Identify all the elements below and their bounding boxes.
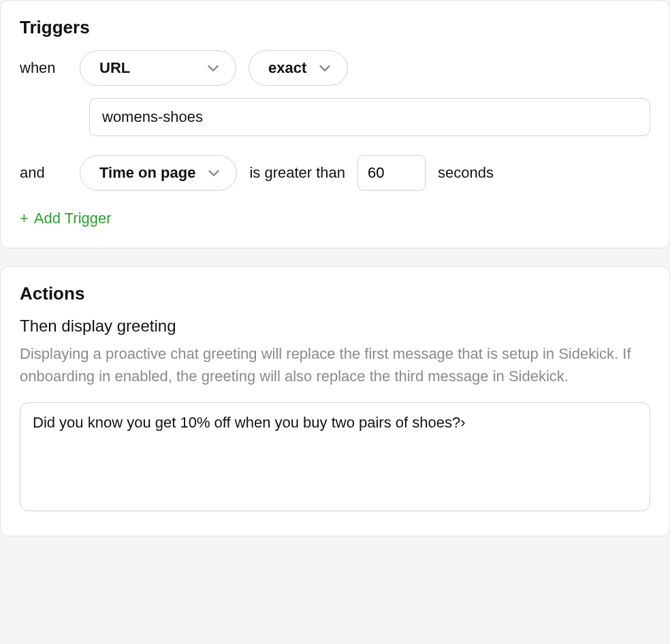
actions-panel: Actions Then display greeting Displaying… [0,266,670,536]
add-trigger-button[interactable]: + Add Trigger [20,210,112,227]
url-value-row [89,98,650,136]
triggers-title: Triggers [20,17,650,38]
actions-help-text: Displaying a proactive chat greeting wil… [20,342,650,387]
time-on-page-select-value: Time on page [99,164,195,182]
greeting-textarea[interactable] [20,402,650,511]
triggers-panel: Triggers when URL exact and Time on page [0,0,670,248]
actions-subheading: Then display greeting [20,317,650,336]
match-type-select-value: exact [268,59,306,77]
when-label: when [20,59,67,77]
url-field-select-value: URL [99,59,130,77]
url-value-input[interactable] [89,98,650,136]
chevron-down-icon [319,64,331,72]
compare-text: is greater than [249,164,345,182]
actions-title: Actions [20,283,650,304]
plus-icon: + [20,211,29,226]
chevron-down-icon [207,64,219,72]
add-trigger-label: Add Trigger [34,210,112,227]
url-field-select[interactable]: URL [80,50,236,86]
trigger-row-when: when URL exact [20,50,650,86]
chevron-down-icon [208,169,220,177]
trigger-row-and: and Time on page is greater than seconds [20,155,650,191]
match-type-select[interactable]: exact [249,50,348,86]
and-label: and [20,164,67,182]
time-on-page-select[interactable]: Time on page [80,155,237,191]
panel-gap [0,248,670,266]
seconds-input[interactable] [357,155,426,191]
seconds-unit-label: seconds [438,164,494,182]
